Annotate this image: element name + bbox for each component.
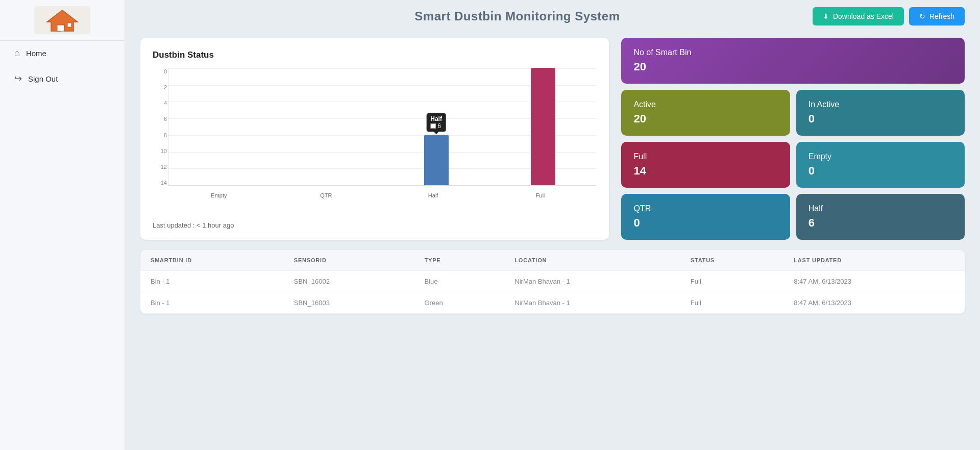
bar-group-half: Half6Half [421,135,452,185]
refresh-icon: ↻ [919,12,925,20]
stat-full-value: 14 [633,164,777,178]
table-header-row: SMARTBIN ID SENSORID TYPE LOCATION STATU… [140,250,965,271]
stat-inactive-label: In Active [808,100,952,109]
signout-icon: ↪ [14,73,22,84]
stat-total-value: 20 [633,60,952,73]
chart-yaxis: 14 12 10 8 6 4 2 0 [153,68,167,186]
chart-title: Dustbin Status [153,50,597,60]
table-cell: Full [680,271,783,292]
stat-qtr-label: QTR [633,204,777,213]
logo-area: SMART BIN [0,0,125,41]
stat-card-inactive: In Active 0 [796,90,965,136]
sidebar-item-signout[interactable]: ↪ Sign Out [0,66,125,91]
svg-rect-2 [67,23,71,27]
bar-full [531,68,555,185]
stat-card-full: Full 14 [621,142,790,188]
refresh-button[interactable]: ↻ Refresh [909,7,965,26]
table-body: Bin - 1SBN_16002BlueNirMan Bhavan - 1Ful… [140,271,965,314]
last-updated: Last updated : < 1 hour ago [153,221,597,229]
table-cell: 8:47 AM, 6/13/2023 [783,271,965,292]
stats-cards: No of Smart Bin 20 Active 20 In Active 0… [621,38,965,240]
table-row: Bin - 1SBN_16003GreenNirMan Bhavan - 1Fu… [140,292,965,314]
stat-half-label: Half [808,204,952,213]
stat-card-active: Active 20 [621,90,790,136]
stat-half-value: 6 [808,216,952,230]
table-cell: SBN_16002 [284,271,414,292]
stat-total-label: No of Smart Bin [633,48,952,57]
stat-empty-label: Empty [808,152,952,161]
stat-card-half: Half 6 [796,194,965,240]
table-cell: Bin - 1 [140,292,284,314]
stat-full-label: Full [633,152,777,161]
download-excel-label: Download as Excel [833,12,894,20]
table-cell: Blue [414,271,504,292]
bar-label-qtr: QTR [311,192,341,198]
stat-card-empty: Empty 0 [796,142,965,188]
logo: SMART BIN [34,6,90,34]
chart-bars: EmptyQTRHalf6HalfFull [168,68,597,186]
table-cell: SBN_16003 [284,292,414,314]
table-cell: NirMan Bhavan - 1 [504,292,680,314]
stat-empty-value: 0 [808,164,952,178]
stat-active-label: Active [633,100,777,109]
data-table: SMARTBIN ID SENSORID TYPE LOCATION STATU… [140,250,965,314]
sidebar-item-home-label: Home [26,49,46,58]
bar-group-full: Full [528,68,558,185]
table-cell: Bin - 1 [140,271,284,292]
stat-cards-row-3: QTR 0 Half 6 [621,194,965,240]
bar-half: Half6 [424,135,449,185]
col-smartbin-id: SMARTBIN ID [140,250,284,271]
bar-label-half: Half [418,192,449,198]
table-header: SMARTBIN ID SENSORID TYPE LOCATION STATU… [140,250,965,271]
col-sensorid: SENSORID [284,250,414,271]
page-title: Smart Dustbin Monitoring System [222,9,813,23]
stat-cards-row-2: Full 14 Empty 0 [621,142,965,188]
stat-active-value: 20 [633,112,777,126]
table-row: Bin - 1SBN_16002BlueNirMan Bhavan - 1Ful… [140,271,965,292]
table-cell: Green [414,292,504,314]
bar-tooltip-half: Half6 [426,113,446,132]
chart-area: 14 12 10 8 6 4 2 0 EmptyQTRHalf6HalfFull [168,68,597,201]
col-type: TYPE [414,250,504,271]
logo-image: SMART BIN [42,8,83,33]
stat-inactive-value: 0 [808,112,952,126]
col-status: STATUS [680,250,783,271]
sidebar-item-signout-label: Sign Out [28,74,58,83]
refresh-label: Refresh [929,12,954,20]
col-location: LOCATION [504,250,680,271]
sidebar-item-home[interactable]: ⌂ Home [0,41,125,66]
home-icon: ⌂ [14,48,20,59]
table-section: SMARTBIN ID SENSORID TYPE LOCATION STATU… [140,250,965,314]
stat-card-total: No of Smart Bin 20 [621,38,965,84]
download-icon: ⬇ [823,12,829,20]
dashboard: Dustbin Status 14 12 10 8 6 4 2 0 EmptyQ… [125,33,980,250]
table-cell: 8:47 AM, 6/13/2023 [783,292,965,314]
col-last-updated: LAST UPDATED [783,250,965,271]
header: Smart Dustbin Monitoring System ⬇ Downlo… [125,0,980,33]
stat-qtr-value: 0 [633,216,777,230]
svg-rect-1 [57,25,64,31]
main-content: Smart Dustbin Monitoring System ⬇ Downlo… [125,0,980,450]
header-buttons: ⬇ Download as Excel ↻ Refresh [813,7,965,26]
download-excel-button[interactable]: ⬇ Download as Excel [813,7,904,26]
chart-card: Dustbin Status 14 12 10 8 6 4 2 0 EmptyQ… [140,38,609,240]
sidebar: SMART BIN ⌂ Home ↪ Sign Out [0,0,125,450]
stat-cards-row-1: Active 20 In Active 0 [621,90,965,136]
bar-label-full: Full [525,192,555,198]
bar-label-empty: Empty [204,192,234,198]
stat-card-qtr: QTR 0 [621,194,790,240]
table-cell: Full [680,292,783,314]
table-cell: NirMan Bhavan - 1 [504,271,680,292]
